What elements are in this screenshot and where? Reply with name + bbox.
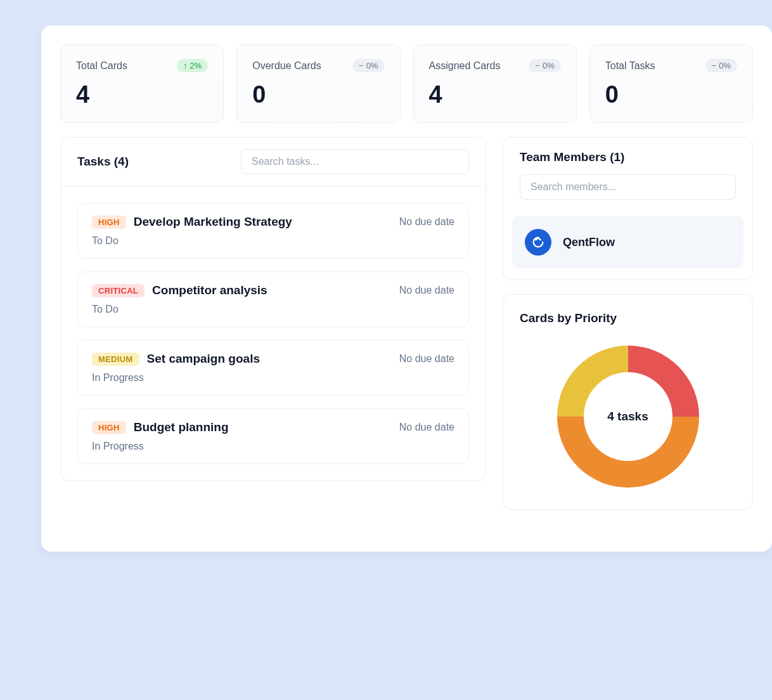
task-title: Competitor analysis (152, 283, 267, 297)
search-tasks-input[interactable] (241, 149, 469, 174)
task-card[interactable]: MEDIUMSet campaign goalsNo due dateIn Pr… (77, 340, 469, 396)
stat-badge: 2% (177, 59, 208, 72)
stat-card: Total Cards2%4 (60, 44, 224, 123)
member-avatar (525, 229, 551, 256)
priority-badge: CRITICAL (92, 284, 145, 297)
task-due-date: No due date (399, 216, 454, 228)
tasks-list: HIGHDevelop Marketing StrategyNo due dat… (61, 186, 486, 481)
donut-center-label: 4 tasks (607, 410, 648, 424)
member-item[interactable]: QentFlow (512, 216, 743, 268)
task-header: HIGHDevelop Marketing StrategyNo due dat… (92, 215, 454, 229)
task-due-date: No due date (399, 285, 454, 296)
members-panel-header: Team Members (1) (503, 138, 752, 174)
priority-badge: HIGH (92, 421, 126, 434)
stat-header: Total Cards2% (76, 59, 208, 72)
donut-chart: 4 tasks (552, 340, 704, 493)
stat-badge-text: 0% (366, 61, 378, 70)
stat-card: Overdue Cards0%0 (236, 44, 400, 123)
task-status: To Do (92, 235, 454, 247)
task-due-date: No due date (399, 422, 454, 433)
stat-value: 4 (429, 81, 561, 108)
stat-badge: 0% (529, 59, 560, 72)
stat-header: Total Tasks0% (605, 59, 737, 72)
task-title-group: HIGHDevelop Marketing Strategy (92, 215, 292, 229)
tasks-panel: Tasks (4) HIGHDevelop Marketing Strategy… (60, 137, 486, 481)
task-card[interactable]: CRITICALCompetitor analysisNo due dateTo… (77, 271, 469, 327)
stat-card: Total Tasks0%0 (589, 44, 753, 123)
stat-label: Total Tasks (605, 60, 655, 72)
task-title: Develop Marketing Strategy (134, 215, 292, 229)
donut-segment-high[interactable] (557, 417, 699, 488)
stat-badge: 0% (705, 59, 737, 72)
content-row: Tasks (4) HIGHDevelop Marketing Strategy… (60, 137, 753, 510)
members-panel: Team Members (1) QentFlow (503, 137, 753, 280)
app-container: Total Cards2%4Overdue Cards0%0Assigned C… (41, 25, 772, 552)
priority-panel: Cards by Priority 4 tasks (503, 294, 753, 510)
task-title: Budget planning (134, 420, 229, 434)
task-title: Set campaign goals (147, 352, 260, 366)
task-title-group: HIGHBudget planning (92, 420, 229, 434)
task-title-group: CRITICALCompetitor analysis (92, 283, 267, 297)
dash-icon (359, 61, 364, 70)
stat-value: 4 (76, 81, 208, 108)
priority-badge: HIGH (92, 216, 126, 229)
stat-label: Assigned Cards (429, 60, 501, 72)
members-list: QentFlow (503, 216, 752, 268)
donut-segment-critical[interactable] (628, 346, 699, 417)
task-header: HIGHBudget planningNo due date (92, 420, 454, 434)
task-card[interactable]: HIGHDevelop Marketing StrategyNo due dat… (77, 203, 469, 259)
stats-row: Total Cards2%4Overdue Cards0%0Assigned C… (60, 44, 753, 123)
stat-label: Overdue Cards (252, 60, 321, 72)
task-title-group: MEDIUMSet campaign goals (92, 352, 260, 366)
arrow-up-icon (183, 61, 188, 70)
right-column: Team Members (1) QentFlow Cards by Prior… (503, 137, 753, 510)
task-header: CRITICALCompetitor analysisNo due date (92, 283, 454, 297)
priority-badge: MEDIUM (92, 353, 139, 366)
search-members-input[interactable] (520, 174, 736, 200)
task-status: In Progress (92, 441, 454, 452)
members-panel-title: Team Members (1) (520, 150, 736, 164)
priority-panel-title: Cards by Priority (520, 311, 736, 325)
task-due-date: No due date (399, 353, 454, 365)
tasks-panel-title: Tasks (4) (77, 155, 129, 169)
stat-badge: 0% (352, 59, 384, 72)
member-name: QentFlow (563, 236, 615, 249)
dash-icon (712, 61, 717, 70)
tasks-panel-header: Tasks (4) (61, 138, 486, 186)
stat-value: 0 (252, 81, 384, 108)
task-status: To Do (92, 304, 454, 315)
task-status: In Progress (92, 372, 454, 384)
stat-header: Assigned Cards0% (429, 59, 561, 72)
stat-label: Total Cards (76, 60, 127, 72)
stat-badge-text: 0% (543, 61, 555, 70)
stat-card: Assigned Cards0%4 (413, 44, 577, 123)
task-card[interactable]: HIGHBudget planningNo due dateIn Progres… (77, 408, 469, 464)
donut-segment-medium[interactable] (557, 346, 628, 417)
dash-icon (535, 61, 540, 70)
stat-header: Overdue Cards0% (252, 59, 384, 72)
task-header: MEDIUMSet campaign goalsNo due date (92, 352, 454, 366)
stat-badge-text: 2% (190, 61, 202, 70)
stat-badge-text: 0% (719, 61, 731, 70)
stat-value: 0 (605, 81, 737, 108)
